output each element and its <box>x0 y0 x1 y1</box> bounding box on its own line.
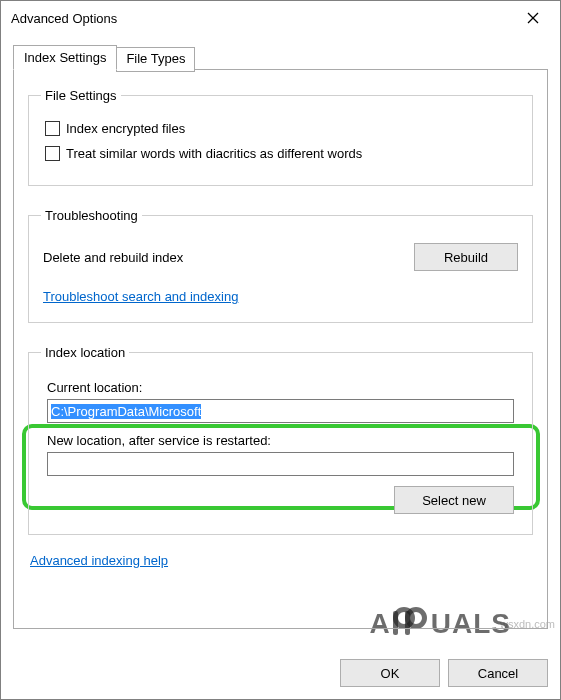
close-button[interactable] <box>512 4 554 32</box>
label-delete-rebuild: Delete and rebuild index <box>43 250 183 265</box>
rebuild-button[interactable]: Rebuild <box>414 243 518 271</box>
label-index-encrypted: Index encrypted files <box>66 121 185 136</box>
group-file-settings: File Settings Index encrypted files Trea… <box>28 88 533 186</box>
button-label: OK <box>381 666 400 681</box>
window-title: Advanced Options <box>11 11 117 26</box>
row-index-encrypted: Index encrypted files <box>45 121 520 136</box>
legend-file-settings: File Settings <box>41 88 121 103</box>
tab-strip: Index Settings File Types <box>13 45 548 70</box>
checkbox-diacritics[interactable] <box>45 146 60 161</box>
tab-panel-index-settings: File Settings Index encrypted files Trea… <box>13 69 548 629</box>
dialog-button-row: OK Cancel <box>1 649 560 699</box>
advanced-options-dialog: Advanced Options Index Settings File Typ… <box>0 0 561 700</box>
button-label: Select new <box>422 493 486 508</box>
row-select-new: Select new <box>47 486 514 514</box>
legend-index-location: Index location <box>41 345 129 360</box>
tab-label: File Types <box>126 51 185 66</box>
checkbox-index-encrypted[interactable] <box>45 121 60 136</box>
label-current-location: Current location: <box>47 380 520 395</box>
group-index-location: Index location Current location: C:\Prog… <box>28 345 533 535</box>
tab-label: Index Settings <box>24 50 106 65</box>
current-location-value: C:\ProgramData\Microsoft <box>51 404 201 419</box>
row-help-link: Advanced indexing help <box>30 553 531 568</box>
ok-button[interactable]: OK <box>340 659 440 687</box>
row-rebuild: Delete and rebuild index Rebuild <box>43 243 518 271</box>
advanced-indexing-help-link[interactable]: Advanced indexing help <box>30 553 168 568</box>
titlebar: Advanced Options <box>1 1 560 35</box>
close-icon <box>527 12 539 24</box>
select-new-button[interactable]: Select new <box>394 486 514 514</box>
label-new-location: New location, after service is restarted… <box>47 433 520 448</box>
legend-troubleshooting: Troubleshooting <box>41 208 142 223</box>
client-area: Index Settings File Types File Settings … <box>1 35 560 649</box>
current-location-field[interactable]: C:\ProgramData\Microsoft <box>47 399 514 423</box>
button-label: Cancel <box>478 666 518 681</box>
group-troubleshooting: Troubleshooting Delete and rebuild index… <box>28 208 533 323</box>
new-location-field[interactable] <box>47 452 514 476</box>
tab-file-types[interactable]: File Types <box>116 47 195 72</box>
cancel-button[interactable]: Cancel <box>448 659 548 687</box>
tab-index-settings[interactable]: Index Settings <box>13 45 117 70</box>
row-diacritics: Treat similar words with diacritics as d… <box>45 146 520 161</box>
label-diacritics: Treat similar words with diacritics as d… <box>66 146 362 161</box>
button-label: Rebuild <box>444 250 488 265</box>
row-ts-link: Troubleshoot search and indexing <box>43 289 518 304</box>
troubleshoot-link[interactable]: Troubleshoot search and indexing <box>43 289 238 304</box>
